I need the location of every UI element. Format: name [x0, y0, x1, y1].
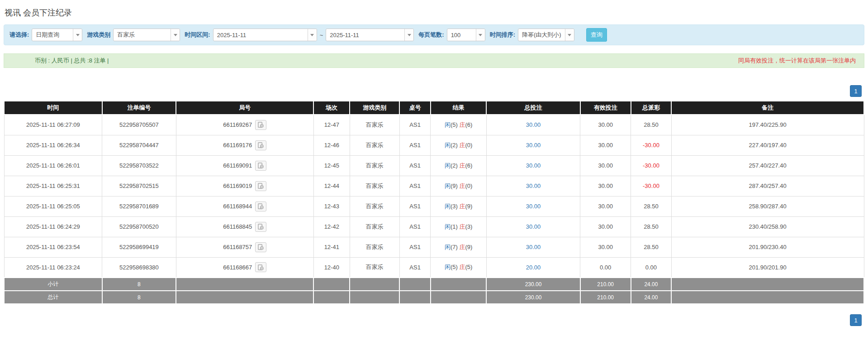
table-no: AS1: [399, 216, 430, 237]
banker-result-value: (0): [465, 182, 472, 189]
total-bet-link[interactable]: 30.00: [526, 182, 541, 189]
video-replay-button[interactable]: [255, 242, 266, 252]
video-replay-button[interactable]: [255, 161, 266, 171]
time-sort-select[interactable]: 降幂(由大到小): [518, 29, 574, 41]
col-header-table-no: 桌号: [399, 101, 430, 115]
session: 12-43: [313, 196, 350, 216]
payout-cell: 28.50: [631, 115, 671, 135]
col-header-payout: 总派彩: [631, 101, 671, 115]
payout-value: -30.00: [643, 162, 659, 169]
round-id: 661168845: [223, 223, 252, 230]
payout-value: 28.50: [644, 121, 659, 128]
round-id-cell: 661169267: [176, 115, 313, 135]
video-film-icon: [258, 244, 264, 250]
banker-result-label: 庄: [459, 203, 465, 210]
player-result-value: (3): [451, 203, 458, 210]
page-size-label: 每页笔数:: [418, 31, 444, 39]
total-bet-cell: 20.00: [486, 257, 580, 278]
table-body: 2025-11-11 06:27:09 522958705507 6611692…: [4, 115, 864, 278]
total-payout: 24.00: [631, 291, 671, 304]
subtotal-row: 小计 8 230.00 210.00 24.00: [4, 278, 864, 291]
video-replay-button[interactable]: [255, 120, 266, 130]
player-result-label: 闲: [445, 121, 451, 128]
chevron-down-icon: [171, 29, 180, 41]
video-replay-button[interactable]: [255, 222, 266, 232]
pagination-bottom: 1: [4, 314, 864, 326]
table-row: 2025-11-11 06:23:54 522958699419 6611687…: [4, 237, 864, 257]
query-type-select[interactable]: 日期查询: [32, 29, 82, 41]
round-id: 661168944: [223, 203, 252, 210]
bet-time: 2025-11-11 06:26:34: [4, 135, 102, 155]
valid-bet: 30.00: [580, 155, 631, 176]
total-bet-cell: 30.00: [486, 135, 580, 155]
remark: 201.90/230.40: [671, 237, 864, 257]
banker-result-label: 庄: [459, 162, 465, 169]
total-bet-link[interactable]: 30.00: [526, 162, 541, 169]
bet-time: 2025-11-11 06:25:05: [4, 196, 102, 216]
bet-id: 522958701689: [102, 196, 176, 216]
date-to-select[interactable]: 2025-11-11: [326, 29, 414, 41]
payout-cell: -30.00: [631, 135, 671, 155]
game-type: 百家乐: [350, 216, 399, 237]
banker-result-value: (0): [465, 142, 472, 149]
page-size-select[interactable]: 100: [447, 29, 485, 41]
page-1-button[interactable]: 1: [850, 85, 862, 97]
banker-result-value: (9): [465, 203, 472, 210]
round-id-cell: 661168757: [176, 237, 313, 257]
banker-result-value: (6): [465, 121, 472, 128]
video-replay-button[interactable]: [255, 202, 266, 211]
total-bet-link[interactable]: 20.00: [526, 264, 541, 271]
subtotal-empty-cell: [176, 278, 313, 291]
result-cell: 闲(9) 庄(0): [431, 176, 487, 196]
bet-id: 522958699419: [102, 237, 176, 257]
total-bet-link[interactable]: 30.00: [526, 223, 541, 230]
total-bet-link[interactable]: 30.00: [526, 121, 541, 128]
valid-bet: 30.00: [580, 135, 631, 155]
total-bet-link[interactable]: 30.00: [526, 142, 541, 149]
video-film-icon: [258, 142, 264, 148]
total-bet-cell: 30.00: [486, 176, 580, 196]
chevron-down-icon: [404, 29, 413, 41]
table-row: 2025-11-11 06:23:24 522958698380 6611686…: [4, 257, 864, 278]
page-1-button[interactable]: 1: [850, 314, 862, 326]
bet-id: 522958700520: [102, 216, 176, 237]
game-type-select[interactable]: 百家乐: [113, 29, 180, 41]
table-no: AS1: [399, 115, 430, 135]
total-label: 总计: [4, 291, 102, 304]
banker-result-label: 庄: [459, 264, 465, 270]
summary-bar: 币别 : 人民币 | 总共 :8 注单 | 同局有效投注，统一计算在该局第一张注…: [4, 53, 864, 68]
round-id-cell: 661169176: [176, 135, 313, 155]
remark: 197.40/225.90: [671, 115, 864, 135]
total-bet-cell: 30.00: [486, 196, 580, 216]
bet-id: 522958704447: [102, 135, 176, 155]
table-header-row: 时间 注单编号 局号 场次 游戏类别 桌号 结果 总投注 有效投注 总派彩 备注: [4, 101, 864, 115]
round-id: 661169091: [223, 162, 252, 169]
round-id-cell: 661168667: [176, 257, 313, 278]
bet-id: 522958705507: [102, 115, 176, 135]
remark: 230.40/258.90: [671, 216, 864, 237]
player-result-value: (5): [451, 121, 458, 128]
total-bet-link[interactable]: 30.00: [526, 244, 541, 250]
col-header-round-id: 局号: [176, 101, 313, 115]
date-to-value: 2025-11-11: [326, 32, 404, 38]
total-bet-link[interactable]: 30.00: [526, 203, 541, 210]
payout-cell: -30.00: [631, 155, 671, 176]
table-row: 2025-11-11 06:25:05 522958701689 6611689…: [4, 196, 864, 216]
search-button[interactable]: 查询: [586, 28, 607, 42]
video-replay-button[interactable]: [255, 140, 266, 150]
bet-time: 2025-11-11 06:27:09: [4, 115, 102, 135]
session: 12-41: [313, 237, 350, 257]
session: 12-45: [313, 155, 350, 176]
player-result-label: 闲: [445, 142, 451, 149]
remark: 258.90/287.40: [671, 196, 864, 216]
game-type: 百家乐: [350, 237, 399, 257]
banker-result-value: (5): [465, 264, 472, 270]
total-valid-bet: 210.00: [580, 291, 631, 304]
date-from-select[interactable]: 2025-11-11: [213, 29, 317, 41]
payout-value: 28.50: [644, 203, 659, 210]
video-replay-button[interactable]: [255, 262, 266, 272]
bet-time: 2025-11-11 06:23:54: [4, 237, 102, 257]
payout-value: -30.00: [643, 142, 659, 149]
player-result-value: (2): [451, 142, 458, 149]
video-replay-button[interactable]: [255, 181, 266, 191]
